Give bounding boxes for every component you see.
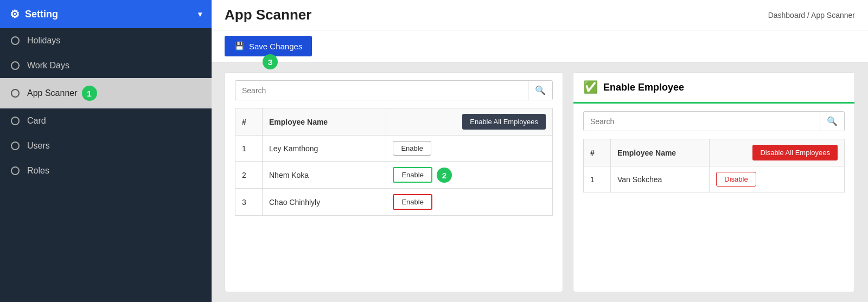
right-search-button[interactable]: 🔍 (820, 112, 844, 131)
sidebar-label-appscanner: App Scanner (27, 88, 78, 98)
enable-all-button[interactable]: Enable All Employees (462, 114, 546, 130)
sidebar-label-roles: Roles (27, 166, 49, 176)
radio-icon (11, 36, 20, 45)
radio-icon (11, 89, 20, 98)
enable-button[interactable]: Enable (393, 141, 431, 156)
sidebar-item-holidays[interactable]: Holidays (0, 28, 212, 53)
sidebar-label-users: Users (27, 141, 50, 151)
breadcrumb-home[interactable]: Dashboard (768, 11, 806, 20)
left-table-container: # Employee Name Enable All Employees 1Le… (225, 108, 563, 292)
row-num: 1 (235, 136, 263, 162)
topbar: App Scanner Dashboard / App Scanner (212, 0, 868, 30)
radio-icon (11, 117, 20, 125)
row-action: Enable2 (386, 162, 553, 189)
step-badge-3: 3 (263, 54, 278, 69)
sidebar-item-card[interactable]: Card (0, 108, 212, 133)
sidebar-title: Setting (25, 9, 58, 20)
enable-button[interactable]: Enable (393, 167, 432, 183)
breadcrumb: Dashboard / App Scanner (768, 11, 855, 20)
row-employee-name: Van Sokchea (611, 166, 710, 192)
row-employee-name: Chao Chinhlyly (263, 189, 386, 216)
left-table: # Employee Name Enable All Employees 1Le… (235, 108, 553, 216)
right-panel: ✅ Enable Employee 🔍 # Employee Name Disa… (573, 72, 855, 292)
left-col-name: Employee Name (263, 108, 386, 136)
table-row: 2Nhem KokaEnable2 (235, 162, 553, 189)
row-num: 2 (235, 162, 263, 189)
enable-button[interactable]: Enable (393, 194, 432, 210)
chevron-down-icon: ▾ (198, 10, 202, 18)
left-col-num: # (235, 108, 263, 136)
toolbar: 💾 Save Changes 3 (212, 30, 868, 62)
right-panel-header: ✅ Enable Employee (573, 73, 854, 104)
save-button[interactable]: 💾 Save Changes (225, 36, 312, 56)
sidebar-label-holidays: Holidays (27, 36, 60, 46)
row-num: 3 (235, 189, 263, 216)
row-num: 1 (584, 166, 611, 192)
table-row: 3Chao ChinhlylyEnable (235, 189, 553, 216)
left-panel: 🔍 # Employee Name Enable All Employees (225, 72, 563, 292)
radio-icon (11, 61, 20, 70)
step-badge-1: 1 (82, 86, 97, 101)
breadcrumb-current: App Scanner (811, 11, 855, 20)
page-title: App Scanner (225, 7, 311, 23)
sidebar-item-users[interactable]: Users (0, 133, 212, 158)
right-table-container: # Employee Name Disable All Employees 1V… (573, 139, 854, 292)
row-action: Disable (710, 166, 845, 192)
row-action: Enable (386, 189, 553, 216)
right-panel-title: Enable Employee (603, 82, 684, 93)
sidebar-label-card: Card (27, 116, 46, 126)
sidebar-item-workdays[interactable]: Work Days (0, 53, 212, 78)
right-search-bar: 🔍 (583, 111, 845, 131)
left-col-action: Enable All Employees (386, 108, 553, 136)
sidebar-label-workdays: Work Days (27, 61, 69, 70)
row-employee-name: Ley Kamthong (263, 136, 386, 162)
left-search-input[interactable] (235, 82, 528, 99)
sidebar-item-appscanner[interactable]: App Scanner 1 (0, 78, 212, 108)
sidebar-item-roles[interactable]: Roles (0, 158, 212, 183)
table-row: 1Ley KamthongEnable (235, 136, 553, 162)
save-label: Save Changes (249, 42, 302, 51)
sidebar: ⚙ Setting ▾ Holidays Work Days App Scann… (0, 0, 212, 302)
row-employee-name: Nhem Koka (263, 162, 386, 189)
right-col-num: # (584, 139, 611, 166)
right-col-action: Disable All Employees (710, 139, 845, 166)
radio-icon (11, 166, 20, 175)
gear-icon: ⚙ (10, 8, 20, 21)
row-action: Enable (386, 136, 553, 162)
disable-button[interactable]: Disable (716, 172, 756, 187)
table-row: 1Van SokcheaDisable (584, 166, 845, 192)
save-icon: 💾 (234, 41, 245, 51)
step-badge-2: 2 (437, 168, 452, 183)
check-circle-icon: ✅ (583, 80, 598, 94)
main-content: App Scanner Dashboard / App Scanner 💾 Sa… (212, 0, 868, 302)
right-search-input[interactable] (584, 113, 820, 130)
right-col-name: Employee Name (611, 139, 710, 166)
breadcrumb-separator: / (807, 11, 811, 20)
disable-all-button[interactable]: Disable All Employees (752, 145, 838, 160)
left-search-bar: 🔍 (235, 80, 553, 100)
right-table: # Employee Name Disable All Employees 1V… (583, 139, 845, 192)
sidebar-header[interactable]: ⚙ Setting ▾ (0, 0, 212, 28)
radio-icon (11, 142, 20, 150)
content-area: 🔍 # Employee Name Enable All Employees (212, 62, 868, 302)
left-search-button[interactable]: 🔍 (528, 81, 552, 100)
